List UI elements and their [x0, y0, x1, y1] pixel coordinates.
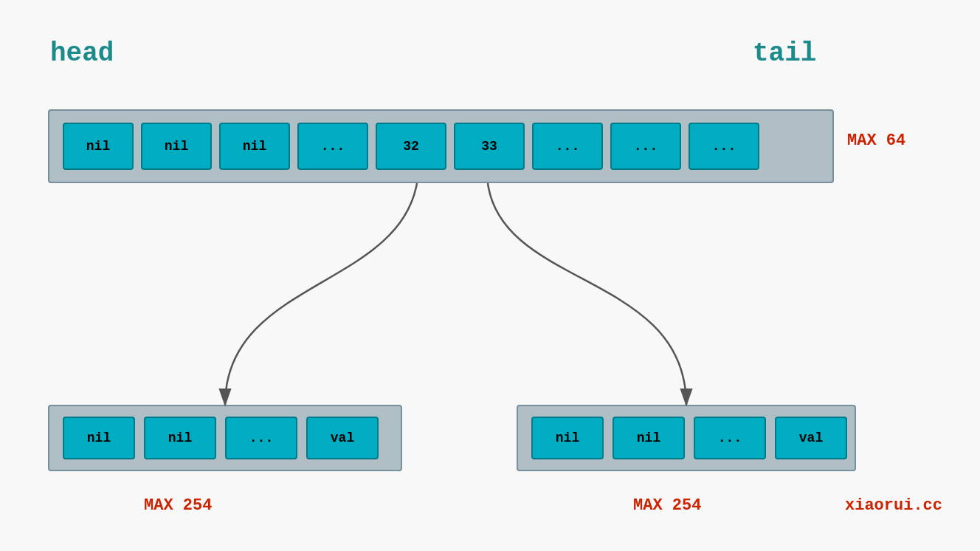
- top-cell-2: nil: [219, 123, 290, 170]
- top-cell-3: ...: [297, 123, 368, 170]
- bl-cell-3: val: [306, 417, 379, 459]
- tail-label: tail: [753, 38, 816, 69]
- top-cell-7: ...: [610, 123, 681, 170]
- max64-label: MAX 64: [847, 131, 905, 150]
- top-cell-6: ...: [532, 123, 603, 170]
- max254-left-label: MAX 254: [144, 496, 212, 515]
- head-label: head: [50, 38, 114, 69]
- bl-cell-2: ...: [225, 417, 297, 459]
- bottom-right-array: nil nil ... val: [517, 405, 856, 471]
- top-cell-5: 33: [454, 123, 525, 170]
- top-cell-4: 32: [376, 123, 446, 170]
- top-cell-1: nil: [141, 123, 212, 170]
- br-cell-2: ...: [694, 417, 766, 459]
- max254-right-label: MAX 254: [633, 496, 701, 515]
- bl-cell-1: nil: [144, 417, 216, 459]
- bl-cell-0: nil: [63, 417, 135, 459]
- top-cell-8: ...: [689, 123, 759, 170]
- top-array: nil nil nil ... 32 33 ... ... ...: [48, 109, 834, 183]
- br-cell-0: nil: [531, 417, 604, 459]
- top-cell-0: nil: [63, 123, 134, 170]
- xiaorui-label: xiaorui.cc: [845, 496, 942, 515]
- bottom-left-array: nil nil ... val: [48, 405, 402, 471]
- br-cell-1: nil: [612, 417, 685, 459]
- br-cell-3: val: [775, 417, 847, 459]
